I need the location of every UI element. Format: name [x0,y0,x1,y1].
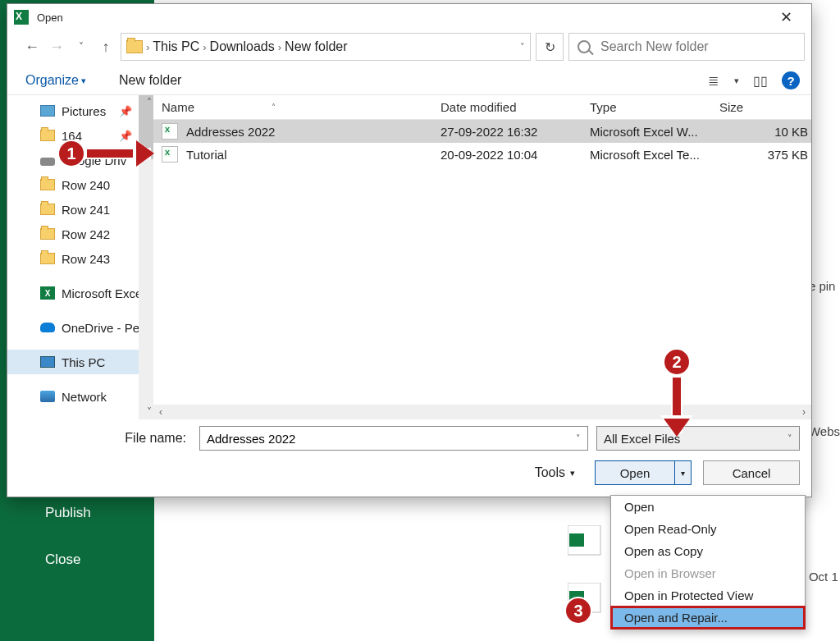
open-button-main[interactable]: Open [596,466,674,480]
tools-button[interactable]: Tools ▾ [535,465,575,480]
col-type[interactable]: Type [582,100,711,114]
file-date: 27-09-2022 16:32 [432,125,582,139]
folder-icon [126,40,143,53]
new-folder-button[interactable]: New folder [119,73,181,88]
filename-label: File name: [19,431,191,446]
view-mode-button[interactable]: ≣ [698,70,728,91]
breadcrumb-sep: › [146,41,149,53]
organize-label: Organize [25,73,79,88]
filter-dropdown-icon: ˅ [788,433,792,444]
refresh-button[interactable]: ↻ [536,33,564,61]
file-size: 375 KB [711,148,811,162]
file-row[interactable]: Tutorial20-09-2022 10:04Microsoft Excel … [153,143,811,166]
tree-item-label: Row 241 [62,203,110,217]
search-box[interactable] [568,33,805,61]
tree-item[interactable]: Row 240 [7,172,153,197]
file-date: 20-09-2022 10:04 [432,148,582,162]
callout-3: 3 [564,597,592,625]
menu-item: Open in Browser [611,562,805,584]
column-headers: Name ˄ Date modified Type Size [153,95,811,120]
list-view-icon: ≣ [708,73,719,89]
col-name[interactable]: Name ˄ [153,100,432,114]
bg-publish: Publish [45,505,91,521]
open-split-button[interactable]: Open ▾ [595,460,692,485]
open-button-dropdown[interactable]: ▾ [674,461,691,484]
tree-item-label: Pictures [62,104,106,118]
filename-input[interactable] [200,432,569,446]
back-button[interactable]: ← [22,37,42,57]
breadcrumb-sep: › [203,41,206,53]
menu-item[interactable]: Open and Repair... [611,607,805,629]
folder-icon [40,179,55,190]
file-hscrollbar[interactable]: ‹ › [153,405,811,419]
od-icon [40,323,55,332]
dialog-body: Pictures📌164📌Google Driv📌Row 240Row 241R… [7,94,811,419]
breadcrumb-this-pc[interactable]: This PC [153,39,199,54]
callout-1: 1 [57,140,85,167]
command-bar: Organize ▾ New folder ≣ ▾ ▯▯ ? [7,66,811,94]
file-name: Addresses 2022 [186,125,275,139]
file-list: Name ˄ Date modified Type Size Addresses… [153,95,811,419]
menu-item[interactable]: Open [611,496,805,518]
tree-item[interactable]: This PC [7,350,153,374]
tree-item[interactable]: Row 241 [7,197,153,222]
excel-icon: X [40,286,55,300]
folder-icon [40,253,55,264]
breadcrumb-new-folder[interactable]: New folder [285,39,347,54]
tree-item-label: Row 243 [62,252,110,266]
chevron-down-icon: ▾ [81,76,86,86]
bg-excel-icon [568,525,605,558]
tree-item-label: Row 242 [62,227,110,241]
address-bar[interactable]: › This PC › Downloads › New folder ˅ [121,33,531,61]
history-dropdown[interactable]: ˅ [71,37,91,57]
forward-button[interactable]: → [47,37,66,57]
file-filter-combo[interactable]: All Excel Files ˅ [596,426,800,451]
up-button[interactable]: ↑ [96,37,116,57]
breadcrumb-downloads[interactable]: Downloads [210,39,275,54]
pc-icon [40,356,55,368]
view-mode-dropdown[interactable]: ▾ [729,70,744,91]
tree-scroll-down[interactable]: ˅ [147,406,152,418]
organize-button[interactable]: Organize ▾ [25,73,86,88]
bg-close: Close [45,552,80,568]
breadcrumb-sep: › [278,41,281,53]
menu-item[interactable]: Open in Protected View [611,584,805,607]
help-button[interactable]: ? [782,71,800,89]
file-size: 10 KB [711,125,811,139]
menu-item[interactable]: Open as Copy [611,540,805,562]
folder-icon [40,228,55,240]
folder-icon [40,130,55,141]
bg-scrap: Webs [809,424,840,438]
filename-combo[interactable]: ˅ [199,426,588,451]
tree-item[interactable]: Pictures📌 [7,98,153,123]
file-type: Microsoft Excel W... [582,125,711,139]
callout-badge: 1 [57,140,85,167]
address-dropdown[interactable]: ˅ [520,42,525,53]
col-date[interactable]: Date modified [432,100,582,114]
tree-item[interactable]: Row 242 [7,222,153,246]
arrow-down-icon [671,376,682,433]
tree-item-label: Network [62,390,107,404]
menu-item[interactable]: Open Read-Only [611,518,805,540]
bg-scrap: Oct 1 [809,570,840,584]
filename-dropdown[interactable]: ˅ [569,433,587,444]
callout-badge: 2 [663,348,691,376]
net-icon [40,391,55,402]
tree-item[interactable]: Row 243 [7,246,153,271]
pin-icon: 📌 [119,105,132,117]
close-button[interactable]: ✕ [767,4,805,30]
file-row[interactable]: Addresses 202227-09-2022 16:32Microsoft … [153,120,811,143]
tools-label: Tools [535,465,565,480]
tree-scroll-up[interactable]: ˄ [147,97,152,108]
hscroll-left[interactable]: ‹ [153,406,168,418]
search-input[interactable] [599,39,796,55]
tree-item[interactable]: OneDrive - Perso [7,315,153,340]
tree-item[interactable]: XMicrosoft Excel [7,281,153,305]
open-dropdown-menu: OpenOpen Read-OnlyOpen as CopyOpen in Br… [610,495,806,630]
preview-pane-button[interactable]: ▯▯ [746,70,775,91]
tree-item[interactable]: Network [7,384,153,409]
col-size[interactable]: Size [711,100,811,114]
hscroll-right[interactable]: › [797,406,811,418]
cancel-button[interactable]: Cancel [703,460,800,485]
pic-icon [40,105,55,117]
